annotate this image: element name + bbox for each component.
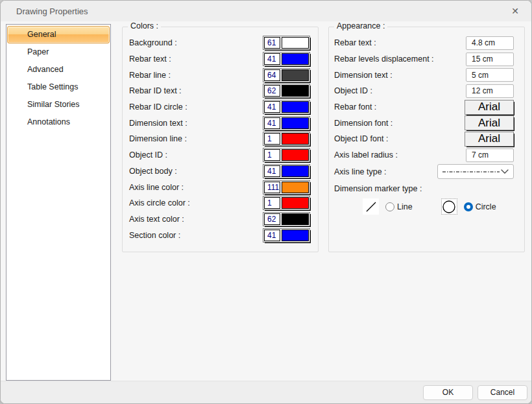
color-number-field[interactable]: 1 xyxy=(264,197,280,209)
color-number-field[interactable]: 41 xyxy=(264,53,280,65)
axis-text-color-picker[interactable]: 62 xyxy=(263,212,310,226)
color-number-field[interactable]: 62 xyxy=(264,85,280,97)
sidebar-item-general[interactable]: General xyxy=(7,26,110,43)
dimension-font-label: Dimension font : xyxy=(334,119,393,128)
color-row-label: Axis line color : xyxy=(129,183,184,192)
object-id-font-label: Object ID font : xyxy=(334,134,388,143)
rebar-text-input[interactable]: 4.8 cm xyxy=(466,36,514,50)
color-row-label: Dimension text : xyxy=(129,119,187,128)
color-swatch[interactable] xyxy=(282,149,309,161)
appearance-row: Axis line type : xyxy=(334,163,514,180)
color-swatch[interactable] xyxy=(282,117,309,129)
color-number-field[interactable]: 61 xyxy=(264,37,280,49)
object-id-font-button[interactable]: Arial xyxy=(465,132,514,147)
color-number-field[interactable]: 41 xyxy=(264,101,280,113)
sidebar-item-paper[interactable]: Paper xyxy=(7,43,110,61)
color-row-label: Object ID : xyxy=(129,150,167,160)
color-swatch[interactable] xyxy=(282,230,309,241)
color-swatch[interactable] xyxy=(282,53,309,65)
color-swatch[interactable] xyxy=(282,69,309,81)
rebar-font-button[interactable]: Arial xyxy=(465,100,514,115)
color-number-field[interactable]: 62 xyxy=(264,213,280,225)
color-row: Axis line color :111 xyxy=(129,179,310,195)
color-row: Axis text color :62 xyxy=(129,211,310,228)
sidebar-item-annotations[interactable]: Annotations xyxy=(7,113,110,131)
line-marker-preview-icon xyxy=(363,198,379,215)
dimension-font-button[interactable]: Arial xyxy=(465,115,514,130)
object-id-input[interactable]: 12 cm xyxy=(466,84,514,98)
color-row: Section color :41 xyxy=(129,227,310,243)
appearance-group-title: Appearance : xyxy=(334,21,387,30)
color-number-field[interactable]: 41 xyxy=(264,230,280,241)
cancel-button[interactable]: Cancel xyxy=(478,385,527,400)
rebar-text-label: Rebar text : xyxy=(334,38,376,47)
rebar-id-circle-color-picker[interactable]: 41 xyxy=(263,100,310,114)
color-row-label: Rebar ID text : xyxy=(129,86,182,95)
sidebar-item-similar-stories[interactable]: Similar Stories xyxy=(7,96,110,113)
dimension-line-color-picker[interactable]: 1 xyxy=(263,132,310,146)
section-color-picker[interactable]: 41 xyxy=(263,228,310,243)
dimension-text-input[interactable]: 5 cm xyxy=(466,68,514,82)
color-number-field[interactable]: 1 xyxy=(264,133,280,145)
color-number-field[interactable]: 41 xyxy=(264,117,280,129)
close-icon[interactable]: ✕ xyxy=(505,3,525,19)
color-swatch[interactable] xyxy=(282,165,309,177)
appearance-row: Rebar levels displacement :15 cm xyxy=(334,51,514,67)
rebar-line-color-picker[interactable]: 64 xyxy=(263,68,310,82)
line-radio-label[interactable]: Line xyxy=(397,202,413,211)
appearance-group: Appearance : Rebar text :4.8 cm Rebar le… xyxy=(328,27,525,252)
circle-radio-label[interactable]: Circle xyxy=(476,202,496,211)
color-row-label: Rebar line : xyxy=(129,71,171,80)
circle-radio-button[interactable] xyxy=(464,202,473,211)
axis-line-color-picker[interactable]: 111 xyxy=(263,180,310,195)
rebar-levels-displacement-input[interactable]: 15 cm xyxy=(466,53,514,66)
rebar-id-text-color-picker[interactable]: 62 xyxy=(263,84,310,98)
dimension-text-label: Dimension text : xyxy=(334,71,393,80)
color-row-label: Section color : xyxy=(129,231,180,240)
color-number-field[interactable]: 64 xyxy=(264,69,280,81)
sidebar-item-table-settings[interactable]: Table Settings xyxy=(7,78,110,96)
color-swatch[interactable] xyxy=(282,37,309,49)
titlebar: Drawing Properties ✕ xyxy=(1,1,531,21)
category-sidebar: General Paper Advanced Table Settings Si… xyxy=(6,24,111,381)
color-number-field[interactable]: 111 xyxy=(264,182,280,193)
color-row: Dimension line :1 xyxy=(129,131,310,147)
color-row: Axis circle color :1 xyxy=(129,195,310,211)
ok-button[interactable]: OK xyxy=(423,385,473,400)
color-row: Rebar ID text :62 xyxy=(129,83,310,99)
color-swatch[interactable] xyxy=(282,182,309,193)
color-row: Background :61 xyxy=(129,35,310,51)
appearance-row: Dimension font :Arial xyxy=(334,115,514,131)
color-swatch[interactable] xyxy=(282,133,309,145)
color-row-label: Axis circle color : xyxy=(129,198,190,208)
color-swatch[interactable] xyxy=(282,85,309,97)
color-row-label: Rebar text : xyxy=(129,54,171,64)
axis-label-radius-label: Axis label radius : xyxy=(334,150,398,160)
rebar-text-color-picker[interactable]: 41 xyxy=(263,52,310,66)
color-row: Rebar text :41 xyxy=(129,51,310,67)
color-swatch[interactable] xyxy=(282,213,309,225)
color-row: Rebar ID circle :41 xyxy=(129,99,310,115)
axis-line-type-dropdown[interactable] xyxy=(437,164,514,179)
dimension-text-color-picker[interactable]: 41 xyxy=(263,116,310,130)
line-radio-button[interactable] xyxy=(385,202,394,211)
sidebar-item-advanced[interactable]: Advanced xyxy=(7,61,110,78)
appearance-row: Object ID :12 cm xyxy=(334,83,514,99)
color-swatch[interactable] xyxy=(282,197,309,209)
appearance-row: Dimension text :5 cm xyxy=(334,67,514,83)
color-row-label: Rebar ID circle : xyxy=(129,102,187,112)
object-id-label: Object ID : xyxy=(334,86,372,95)
object-body-color-picker[interactable]: 41 xyxy=(263,164,310,178)
color-number-field[interactable]: 1 xyxy=(264,149,280,161)
color-swatch[interactable] xyxy=(282,101,309,113)
axis-circle-color-picker[interactable]: 1 xyxy=(263,196,310,210)
colors-group-title: Colors : xyxy=(128,21,161,30)
color-number-field[interactable]: 41 xyxy=(264,165,280,177)
color-row-label: Background : xyxy=(129,38,177,47)
dialog-body: General Paper Advanced Table Settings Si… xyxy=(1,21,532,382)
object-id-color-picker[interactable]: 1 xyxy=(263,148,310,162)
rebar-levels-displacement-label: Rebar levels displacement : xyxy=(334,54,434,64)
appearance-row: Rebar text :4.8 cm xyxy=(334,35,514,51)
background-color-picker[interactable]: 61 xyxy=(263,36,310,50)
axis-label-radius-input[interactable]: 7 cm xyxy=(466,149,514,162)
